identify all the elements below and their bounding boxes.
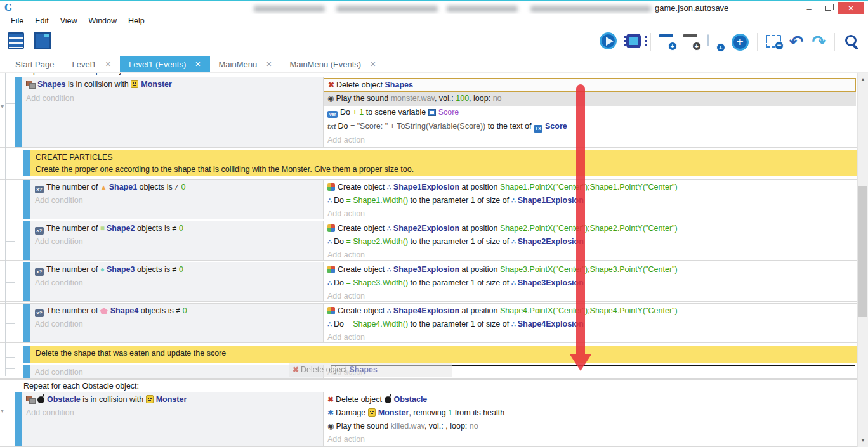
scroll-down-icon[interactable]: ▼ <box>858 436 868 445</box>
add-subevent-icon[interactable]: + <box>683 34 699 51</box>
menu-edit[interactable]: Edit <box>29 14 55 28</box>
add-action-link[interactable]: Add action <box>324 433 857 446</box>
conditions-cell[interactable]: x?The number of Shape4 objects is ≠ 0Add… <box>30 304 324 343</box>
shape2-icon: ■ <box>100 222 105 235</box>
delete-selection-icon[interactable]: − <box>766 34 781 50</box>
text-segment: Play the sound <box>336 422 390 431</box>
add-condition-link[interactable]: Add condition <box>30 318 323 331</box>
tab-close-icon[interactable]: ✕ <box>370 60 376 68</box>
tab-mainmenu[interactable]: MainMenu✕ <box>210 56 281 72</box>
restore-button[interactable] <box>819 2 838 15</box>
add-condition-link[interactable]: Add condition <box>22 406 323 420</box>
text-segment: , loop: <box>469 94 493 103</box>
text-segment: Do <box>334 320 346 328</box>
menu-file[interactable]: File <box>5 14 29 28</box>
text-segment: Monster <box>141 80 172 89</box>
collapse-arrow-icon[interactable]: ▾ <box>1 103 4 110</box>
actions-cell[interactable]: ✖Delete object Obstacle✱Damage Monster, … <box>324 392 857 447</box>
text-segment: = "Score: " + ToString(Variable(Score)) <box>350 122 485 131</box>
tab-mainmenu-events-[interactable]: MainMenu (Events)✕ <box>280 56 385 72</box>
text-segment: ≠ <box>173 224 179 233</box>
add-condition-link[interactable]: Add condition <box>30 276 323 290</box>
conditions-cell[interactable]: x?The number of ▲Shape1 objects is ≠ 0Ad… <box>30 180 324 219</box>
tab-level1[interactable]: Level1✕ <box>63 56 120 72</box>
tab-close-icon[interactable]: ✕ <box>105 60 111 68</box>
comment-block[interactable]: Delete the shape that was eaten and upda… <box>0 346 857 363</box>
add-event-icon[interactable]: + <box>659 34 675 51</box>
text-segment: The number of <box>46 265 100 274</box>
condition-row[interactable]: x?The number of ■Shape2 objects is ≠ 0 <box>30 222 323 235</box>
conditions-cell[interactable]: Add condition <box>30 365 324 379</box>
text-segment: Shape4 <box>110 306 138 315</box>
text-segment: to the parameter 1 of size of <box>408 278 511 287</box>
scrollbar-thumb[interactable] <box>858 186 867 317</box>
condition-row[interactable]: Shapes is in collision with Monster <box>22 78 323 92</box>
toolbar-separator <box>757 33 758 51</box>
text-action-icon: txt <box>327 120 336 133</box>
conditions-cell[interactable]: x?The number of ■Shape2 objects is ≠ 0Ad… <box>30 221 324 261</box>
add-condition-link[interactable]: Add condition <box>30 194 323 207</box>
text-segment: = Shape2.Width() <box>346 237 408 246</box>
add-condition-link[interactable]: Add condition <box>30 235 323 249</box>
tab-close-icon[interactable]: ✕ <box>266 60 272 68</box>
repeat-event-header[interactable]: Repeat for each Obstacle object: <box>0 380 857 392</box>
conditions-cell[interactable]: Shapes is in collision with MonsterAdd c… <box>22 77 324 148</box>
tree-line <box>5 73 6 376</box>
condition-row[interactable]: x?The number of ●Shape3 objects is ≠ 0 <box>30 263 323 276</box>
tree-connector <box>5 323 15 324</box>
condition-row[interactable]: Obstacle is in collision with Monster <box>22 393 323 406</box>
scroll-up-icon[interactable]: ▲ <box>858 75 868 84</box>
tab-level1-events-[interactable]: Level1 (Events)✕ <box>120 56 210 72</box>
close-button[interactable]: ✕ <box>838 2 864 15</box>
tab-close-icon[interactable]: ✕ <box>195 60 201 68</box>
conditions-cell[interactable]: x?The number of ●Shape3 objects is ≠ 0Ad… <box>30 262 324 302</box>
play-icon[interactable] <box>600 32 617 52</box>
add-condition-link[interactable]: Add condition <box>30 366 323 379</box>
menu-help[interactable]: Help <box>122 14 150 28</box>
sound-icon: ◉ <box>327 420 334 432</box>
redacted-title-text <box>447 6 518 12</box>
add-comment-icon[interactable]: + <box>707 35 723 49</box>
text-segment: from its health <box>452 408 504 417</box>
tab-start-page[interactable]: Start Page <box>6 56 63 72</box>
text-segment: ≠ <box>174 183 181 191</box>
menu-view[interactable]: View <box>55 14 83 28</box>
conditions-cell[interactable]: Obstacle is in collision with MonsterAdd… <box>22 392 324 447</box>
condition-row[interactable]: x?The number of Shape4 objects is ≠ 0 <box>30 304 323 318</box>
search-icon[interactable] <box>843 33 860 51</box>
vertical-scrollbar[interactable]: ▲ ▼ <box>857 73 868 447</box>
minimize-button[interactable]: – <box>799 2 819 15</box>
text-segment: Shape2Explosion <box>393 224 459 233</box>
event-indent-bar <box>23 346 30 363</box>
shape1-icon: ▲ <box>100 181 107 193</box>
action-row[interactable]: ✱Damage Monster, removing 1 from its hea… <box>324 406 857 420</box>
condition-row[interactable]: x?The number of ▲Shape1 objects is ≠ 0 <box>30 181 323 194</box>
delete-x-icon: ✖ <box>328 79 334 92</box>
comment-block[interactable]: CREATE PARTICLESCreate the proper one ac… <box>0 150 857 176</box>
app-logo-icon: G <box>4 3 12 13</box>
text-segment: Monster <box>156 395 187 404</box>
collapse-arrow-icon[interactable]: ▾ <box>1 408 4 414</box>
redo-icon[interactable]: ↷ <box>812 34 826 51</box>
bomb-icon <box>385 396 391 403</box>
debug-icon[interactable] <box>625 32 642 52</box>
action-row[interactable]: ◉Play the sound killed.wav, vol.: , loop… <box>324 420 857 433</box>
event-indent-bar <box>15 77 22 148</box>
text-segment: Monster <box>378 408 409 417</box>
menu-window[interactable]: Window <box>83 14 122 28</box>
new-project-icon[interactable] <box>8 32 24 51</box>
text-segment: , removing <box>409 408 448 417</box>
text-segment: ≠ <box>173 265 179 274</box>
text-segment: 0 <box>179 224 183 233</box>
action-row[interactable]: ✖Delete object Obstacle <box>324 393 857 406</box>
add-condition-link[interactable]: Add condition <box>22 92 323 106</box>
tab-bar: Start PageLevel1✕Level1 (Events)✕MainMen… <box>0 56 868 73</box>
object-count-icon: x? <box>35 227 44 235</box>
delete-x-icon: ✖ <box>293 363 299 377</box>
event-block: x?The number of ●Shape3 objects is ≠ 0Ad… <box>0 262 857 302</box>
event-indent-bar <box>23 150 30 176</box>
add-circle-icon[interactable]: + <box>732 34 749 51</box>
open-project-icon[interactable] <box>34 32 51 51</box>
undo-icon[interactable]: ↶ <box>789 34 804 51</box>
text-segment: The number of <box>46 224 100 233</box>
